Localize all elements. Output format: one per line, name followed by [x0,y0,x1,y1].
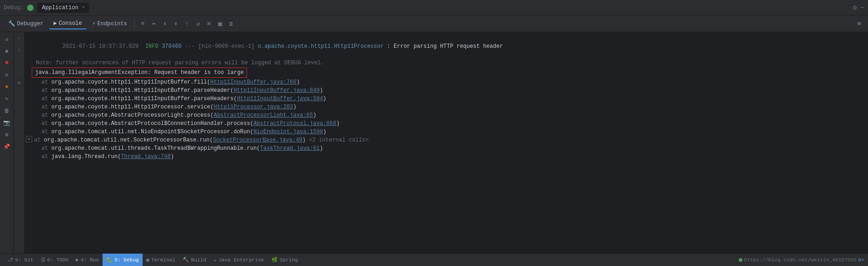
settings-icon[interactable]: ⚙ [853,4,857,11]
status-run[interactable]: ▶ 4: Run [72,254,103,266]
toolbar-list-icon[interactable]: ≣ [226,19,236,29]
status-java-enterprise[interactable]: ☕ Java Enterprise [210,254,268,266]
class-6: org.apache.coyote.AbstractProtocol$Conne… [52,119,253,128]
tab-console[interactable]: ▶ Console [49,18,87,29]
git-icon: ⎇ [7,257,13,263]
debugger-icon: 🔧 [8,20,15,27]
link-6[interactable]: AbstractProtocol.java:868 [253,119,336,128]
active-tab[interactable]: Application × [37,3,89,13]
record-button[interactable]: ● [2,82,12,92]
toolbar-refresh-icon[interactable]: ↺ [193,19,203,29]
link-1[interactable]: Http11InputBuffer.java:766 [210,78,296,86]
stack-line-6: at org.apache.coyote.AbstractProtocol$Co… [25,119,868,128]
arrow-up-button[interactable]: ↑ [15,34,24,43]
status-git[interactable]: ⎇ 9: Git [4,254,37,266]
class-1: org.apache.coyote.http11.Http11InputBuff… [52,78,211,86]
toolbar-up-icon[interactable]: ↑ [182,19,192,29]
toolbar-grid-icon[interactable]: ▦ [215,19,225,29]
run-label: 4: Run [80,257,99,263]
expand-button[interactable]: + [26,136,32,142]
step-into-button[interactable]: ↘ [15,67,24,76]
tab-endpoints[interactable]: ⚡ Endpoints [87,18,132,29]
suffix-5: ) [313,111,316,119]
suffix-8: ) [320,144,323,153]
link-5[interactable]: AbstractProcessorLight.java:65 [213,111,313,119]
link-3[interactable]: Http11InputBuffer.java:594 [237,95,323,103]
todo-icon: ☰ [41,257,46,263]
todo-label: 6: TODO [47,257,69,263]
toolbar-layout-icon[interactable]: ⊞ [854,19,864,29]
terminal-icon: ▣ [146,257,149,263]
class-3: org.apache.coyote.http11.Http11InputBuff… [52,95,237,103]
suffix-9: ) [171,153,174,161]
internal-calls: <2 internal calls> [309,136,369,144]
status-terminal[interactable]: ▣ Terminal [143,254,179,266]
at-label-3: at [41,95,52,103]
status-spring[interactable]: 🌿 Spring [268,254,302,266]
status-todo[interactable]: ☰ 6: TODO [37,254,72,266]
at-label-expand: at [34,136,44,144]
rerun-button[interactable]: ↺ [2,34,12,44]
class-9: java.lang.Thread.run( [52,153,121,161]
class-8: org.apache.tomcat.util.threads.TaskThrea… [52,144,260,153]
arrow-down-button[interactable]: ↓ [15,45,24,54]
exception-prefix [29,68,32,77]
left-sidebar2: ↑ ↓ ↪ ↘ ⇱ [14,32,25,253]
snapshot-button[interactable]: 📷 [2,118,12,128]
log-level: INFO [145,43,162,50]
tab-label: Application [42,5,78,11]
tab-debugger[interactable]: 🔧 Debugger [4,18,48,29]
suffix-7: ) [323,128,326,136]
build-label: Build [191,257,206,263]
minimize-icon[interactable]: ─ [861,4,864,11]
endpoints-icon: ⚡ [92,20,95,27]
debugger-label: Debugger [17,21,44,27]
exception-box: java.lang.IllegalArgumentException: Requ… [32,68,247,78]
console-area[interactable]: 2021-07-15 10:57:37.829 INFO 370460 --- … [25,32,868,253]
up-button[interactable]: ▲ [2,46,12,56]
link-expand[interactable]: SocketProcessorBase.java:49 [213,136,302,144]
expand-all-button[interactable]: ⇱ [15,78,24,87]
spring-icon: 🌿 [271,257,278,263]
title-bar-right: ⚙ ─ [853,4,864,11]
toolbar-down-icon[interactable]: ⬇ [160,19,170,29]
class-5: org.apache.coyote.AbstractProcessorLight… [52,111,214,119]
link-2[interactable]: Http11InputBuffer.java:849 [234,86,320,95]
at-label-7: at [41,128,52,136]
tab-close-button[interactable]: × [82,5,85,10]
dot-button[interactable]: ⊙ [2,70,12,80]
app-icon [27,5,34,11]
git-label: 9: Git [15,257,34,263]
log-colon: : [384,43,394,50]
at-label-6: at [41,119,52,128]
stop-button[interactable]: ■ [2,58,12,68]
at-label-2: at [41,86,52,95]
sidebar-settings-button[interactable]: ⚙ [2,130,12,140]
link-9[interactable]: Thread.java:748 [121,153,171,161]
stack-line-3: at org.apache.coyote.http11.Http11InputB… [25,95,868,103]
title-bar: Debug: Application × ⚙ ─ [0,0,868,16]
status-debug[interactable]: 🐛 5: Debug [103,254,143,266]
endpoints-label: Endpoints [98,21,127,27]
toolbar-up-small-icon[interactable]: ⬆ [171,19,181,29]
suffix-4: ) [293,103,296,111]
toolbar-back-icon[interactable]: ⬅ [149,19,159,29]
at-label-8: at [41,144,52,153]
toolbar-filter-icon[interactable]: ⌘ [204,19,214,29]
delete-button[interactable]: 🗑 [2,106,12,116]
step-over-button[interactable]: ↪ [15,56,24,65]
line-prefix [29,34,36,42]
class-7: org.apache.tomcat.util.net.NioEndpoint$S… [52,128,253,136]
java-enterprise-icon: ☕ [213,257,217,263]
title-bar-left: Debug: Application × [4,3,853,13]
pin-button[interactable]: 📌 [2,141,12,152]
toolbar-menu-icon[interactable]: ≡ [138,19,148,29]
status-build[interactable]: 🔨 Build [179,254,210,266]
status-url[interactable]: https://blog.csdn.net/weixin_46157585 [744,257,857,263]
stack-line-expand: + at org.apache.tomcat.util.net.SocketPr… [25,136,868,144]
suffix-6: ) [336,119,339,128]
link-8[interactable]: TaskThread.java:61 [260,144,320,153]
link-7[interactable]: NioEndpoint.java:1590 [253,128,323,136]
edit-button[interactable]: ✎ [2,94,12,104]
link-4[interactable]: Http11Processor.java:283 [213,103,293,111]
